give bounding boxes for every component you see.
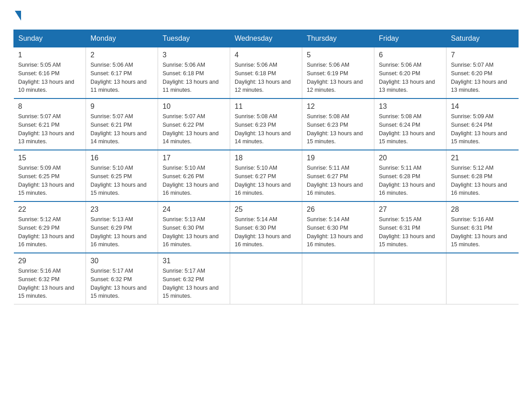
day-cell: 27 Sunrise: 5:15 AM Sunset: 6:31 PM Dayl…	[374, 201, 446, 253]
day-number: 30	[90, 257, 153, 265]
calendar-table: SundayMondayTuesdayWednesdayThursdayFrid…	[13, 30, 519, 304]
day-number: 4	[235, 51, 297, 59]
day-info: Sunrise: 5:15 AM Sunset: 6:31 PM Dayligh…	[379, 215, 442, 249]
day-cell: 3 Sunrise: 5:06 AM Sunset: 6:18 PM Dayli…	[158, 47, 230, 99]
day-number: 5	[307, 51, 369, 59]
page-header	[13, 9, 519, 21]
day-number: 13	[379, 103, 442, 111]
day-info: Sunrise: 5:17 AM Sunset: 6:32 PM Dayligh…	[163, 267, 225, 300]
day-cell: 7 Sunrise: 5:07 AM Sunset: 6:20 PM Dayli…	[446, 47, 519, 99]
day-number: 14	[451, 103, 514, 111]
week-row-4: 22 Sunrise: 5:12 AM Sunset: 6:29 PM Dayl…	[14, 201, 519, 253]
day-cell: 26 Sunrise: 5:14 AM Sunset: 6:30 PM Dayl…	[302, 201, 374, 253]
day-cell: 2 Sunrise: 5:06 AM Sunset: 6:17 PM Dayli…	[86, 47, 158, 99]
day-info: Sunrise: 5:08 AM Sunset: 6:23 PM Dayligh…	[235, 112, 297, 146]
day-cell	[302, 253, 374, 304]
day-cell: 15 Sunrise: 5:09 AM Sunset: 6:25 PM Dayl…	[14, 150, 86, 201]
day-info: Sunrise: 5:13 AM Sunset: 6:30 PM Dayligh…	[163, 215, 225, 249]
day-number: 10	[163, 103, 225, 111]
day-cell	[230, 253, 302, 304]
day-info: Sunrise: 5:07 AM Sunset: 6:20 PM Dayligh…	[451, 61, 514, 94]
day-number: 22	[18, 206, 82, 214]
day-info: Sunrise: 5:05 AM Sunset: 6:16 PM Dayligh…	[18, 61, 82, 94]
day-info: Sunrise: 5:10 AM Sunset: 6:26 PM Dayligh…	[163, 164, 225, 197]
day-cell: 29 Sunrise: 5:16 AM Sunset: 6:32 PM Dayl…	[14, 253, 86, 304]
day-cell: 5 Sunrise: 5:06 AM Sunset: 6:19 PM Dayli…	[302, 47, 374, 99]
day-info: Sunrise: 5:17 AM Sunset: 6:32 PM Dayligh…	[90, 267, 153, 300]
day-info: Sunrise: 5:10 AM Sunset: 6:25 PM Dayligh…	[90, 164, 153, 197]
header-row: SundayMondayTuesdayWednesdayThursdayFrid…	[14, 30, 519, 47]
day-info: Sunrise: 5:12 AM Sunset: 6:28 PM Dayligh…	[451, 164, 514, 197]
day-cell: 25 Sunrise: 5:14 AM Sunset: 6:30 PM Dayl…	[230, 201, 302, 253]
calendar-header: SundayMondayTuesdayWednesdayThursdayFrid…	[14, 30, 519, 47]
day-info: Sunrise: 5:08 AM Sunset: 6:24 PM Dayligh…	[379, 112, 442, 146]
day-number: 1	[18, 51, 82, 59]
header-cell-thursday: Thursday	[302, 30, 374, 47]
day-info: Sunrise: 5:06 AM Sunset: 6:20 PM Dayligh…	[379, 61, 442, 94]
header-cell-saturday: Saturday	[446, 30, 519, 47]
day-number: 23	[90, 206, 153, 214]
day-info: Sunrise: 5:06 AM Sunset: 6:18 PM Dayligh…	[235, 61, 297, 94]
day-number: 2	[90, 51, 153, 59]
day-info: Sunrise: 5:14 AM Sunset: 6:30 PM Dayligh…	[235, 215, 297, 249]
header-cell-wednesday: Wednesday	[230, 30, 302, 47]
day-cell: 24 Sunrise: 5:13 AM Sunset: 6:30 PM Dayl…	[158, 201, 230, 253]
day-number: 20	[379, 154, 442, 162]
day-cell: 20 Sunrise: 5:11 AM Sunset: 6:28 PM Dayl…	[374, 150, 446, 201]
day-number: 28	[451, 206, 514, 214]
day-number: 26	[307, 206, 369, 214]
header-cell-sunday: Sunday	[14, 30, 86, 47]
calendar-body: 1 Sunrise: 5:05 AM Sunset: 6:16 PM Dayli…	[14, 47, 519, 304]
day-cell: 1 Sunrise: 5:05 AM Sunset: 6:16 PM Dayli…	[14, 47, 86, 99]
day-number: 27	[379, 206, 442, 214]
day-info: Sunrise: 5:12 AM Sunset: 6:29 PM Dayligh…	[18, 215, 82, 249]
day-cell: 22 Sunrise: 5:12 AM Sunset: 6:29 PM Dayl…	[14, 201, 86, 253]
day-number: 17	[163, 154, 225, 162]
day-cell: 31 Sunrise: 5:17 AM Sunset: 6:32 PM Dayl…	[158, 253, 230, 304]
day-cell: 21 Sunrise: 5:12 AM Sunset: 6:28 PM Dayl…	[446, 150, 519, 201]
day-number: 18	[235, 154, 297, 162]
week-row-1: 1 Sunrise: 5:05 AM Sunset: 6:16 PM Dayli…	[14, 47, 519, 99]
day-cell: 9 Sunrise: 5:07 AM Sunset: 6:21 PM Dayli…	[86, 98, 158, 150]
day-cell: 16 Sunrise: 5:10 AM Sunset: 6:25 PM Dayl…	[86, 150, 158, 201]
day-cell	[446, 253, 519, 304]
day-cell: 12 Sunrise: 5:08 AM Sunset: 6:23 PM Dayl…	[302, 98, 374, 150]
day-info: Sunrise: 5:07 AM Sunset: 6:22 PM Dayligh…	[163, 112, 225, 146]
day-cell: 10 Sunrise: 5:07 AM Sunset: 6:22 PM Dayl…	[158, 98, 230, 150]
day-cell: 6 Sunrise: 5:06 AM Sunset: 6:20 PM Dayli…	[374, 47, 446, 99]
day-number: 7	[451, 51, 514, 59]
day-info: Sunrise: 5:09 AM Sunset: 6:25 PM Dayligh…	[18, 164, 82, 197]
day-cell: 8 Sunrise: 5:07 AM Sunset: 6:21 PM Dayli…	[14, 98, 86, 150]
day-info: Sunrise: 5:06 AM Sunset: 6:19 PM Dayligh…	[307, 61, 369, 94]
header-cell-tuesday: Tuesday	[158, 30, 230, 47]
day-info: Sunrise: 5:11 AM Sunset: 6:28 PM Dayligh…	[379, 164, 442, 197]
header-cell-friday: Friday	[374, 30, 446, 47]
day-cell: 17 Sunrise: 5:10 AM Sunset: 6:26 PM Dayl…	[158, 150, 230, 201]
logo	[13, 9, 21, 21]
day-cell: 30 Sunrise: 5:17 AM Sunset: 6:32 PM Dayl…	[86, 253, 158, 304]
day-cell: 18 Sunrise: 5:10 AM Sunset: 6:27 PM Dayl…	[230, 150, 302, 201]
day-cell	[374, 253, 446, 304]
day-number: 16	[90, 154, 153, 162]
day-number: 12	[307, 103, 369, 111]
logo-triangle-icon	[15, 11, 21, 21]
day-number: 3	[163, 51, 225, 59]
day-info: Sunrise: 5:07 AM Sunset: 6:21 PM Dayligh…	[18, 112, 82, 146]
day-number: 11	[235, 103, 297, 111]
day-number: 24	[163, 206, 225, 214]
day-info: Sunrise: 5:11 AM Sunset: 6:27 PM Dayligh…	[307, 164, 369, 197]
week-row-2: 8 Sunrise: 5:07 AM Sunset: 6:21 PM Dayli…	[14, 98, 519, 150]
day-info: Sunrise: 5:10 AM Sunset: 6:27 PM Dayligh…	[235, 164, 297, 197]
day-number: 9	[90, 103, 153, 111]
header-cell-monday: Monday	[86, 30, 158, 47]
day-number: 8	[18, 103, 82, 111]
day-cell: 28 Sunrise: 5:16 AM Sunset: 6:31 PM Dayl…	[446, 201, 519, 253]
day-number: 15	[18, 154, 82, 162]
day-info: Sunrise: 5:16 AM Sunset: 6:31 PM Dayligh…	[451, 215, 514, 249]
day-info: Sunrise: 5:09 AM Sunset: 6:24 PM Dayligh…	[451, 112, 514, 146]
week-row-3: 15 Sunrise: 5:09 AM Sunset: 6:25 PM Dayl…	[14, 150, 519, 201]
day-cell: 11 Sunrise: 5:08 AM Sunset: 6:23 PM Dayl…	[230, 98, 302, 150]
day-info: Sunrise: 5:07 AM Sunset: 6:21 PM Dayligh…	[90, 112, 153, 146]
day-info: Sunrise: 5:16 AM Sunset: 6:32 PM Dayligh…	[18, 267, 82, 300]
day-cell: 19 Sunrise: 5:11 AM Sunset: 6:27 PM Dayl…	[302, 150, 374, 201]
